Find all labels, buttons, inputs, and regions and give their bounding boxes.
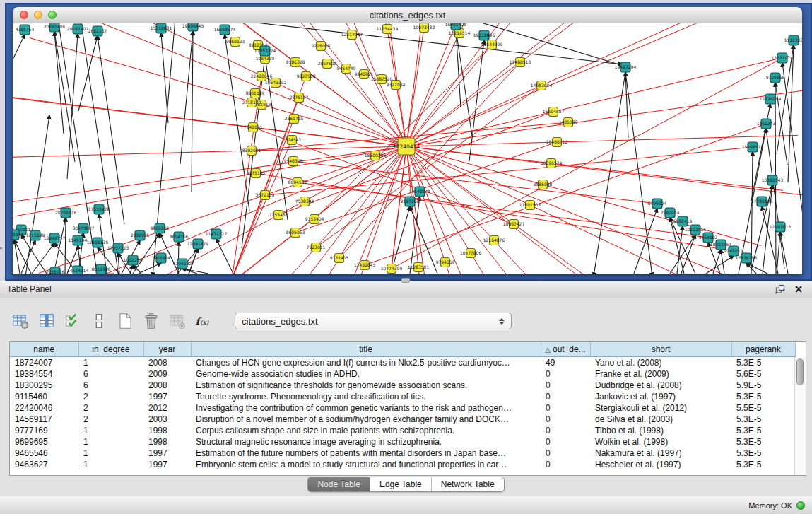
graph-node[interactable]: 10222515 <box>685 225 707 235</box>
graph-node[interactable]: 17488510 <box>510 58 531 67</box>
graph-node[interactable]: 8302021 <box>242 146 261 156</box>
graph-node[interactable]: 2867608 <box>318 59 337 69</box>
table-row[interactable]: 2242004622012Investigating the contribut… <box>10 402 795 414</box>
table-row[interactable]: 969969511998Structural magnetic resonanc… <box>10 436 795 448</box>
graph-node[interactable]: 8094532 <box>288 178 307 187</box>
graph-node[interactable]: 15998578 <box>742 142 764 152</box>
graph-node[interactable]: 9245012 <box>724 246 743 256</box>
graph-node[interactable]: 9886038 <box>534 180 553 189</box>
graph-node[interactable]: 20087407 <box>67 24 89 34</box>
column-header-year[interactable]: year <box>143 342 191 357</box>
tab-network-table[interactable]: Network Table <box>431 477 504 491</box>
select-mode-icon[interactable] <box>64 312 82 330</box>
graph-node[interactable]: 6502419 <box>673 216 693 226</box>
graph-node[interactable]: 10577806 <box>460 249 482 258</box>
graph-node[interactable]: 7842051 <box>244 123 263 132</box>
table-row[interactable]: 1830029562008Estimation of significance … <box>10 380 795 391</box>
function-builder-icon[interactable]: f (x) <box>194 312 213 330</box>
graph-node[interactable]: 10774399 <box>381 264 403 274</box>
graph-node[interactable]: 17240414 <box>393 138 420 155</box>
graph-node[interactable]: 20206576 <box>55 208 77 218</box>
graph-node[interactable]: 11254439 <box>377 25 399 34</box>
column-header-short[interactable]: short <box>590 342 731 357</box>
graph-node[interactable]: 3672109 <box>256 191 275 200</box>
graph-node[interactable]: 12091879 <box>187 239 209 249</box>
graph-node[interactable]: 15318031 <box>151 23 172 33</box>
table-row[interactable]: 1938455462009Genome-wide association stu… <box>10 368 795 380</box>
graph-node[interactable]: 6799324 <box>648 199 667 209</box>
graph-node[interactable]: 17359928 <box>88 204 110 214</box>
graph-node[interactable]: 9197268 <box>401 197 420 206</box>
graph-node[interactable]: 10391543 <box>762 175 784 185</box>
delete-table-icon[interactable] <box>142 312 160 330</box>
column-header-out_de[interactable]: △out_de... <box>541 342 590 357</box>
graph-node[interactable]: 10643392 <box>265 78 287 88</box>
graph-node[interactable]: 8901139 <box>246 89 265 98</box>
graph-node[interactable]: 2861715 <box>285 115 304 124</box>
graph-node[interactable]: 9129966 <box>766 73 785 83</box>
graph-node[interactable]: 2055036 <box>46 267 65 274</box>
graph-node[interactable]: 9135405 <box>330 254 349 263</box>
graph-node[interactable]: 12505135 <box>87 238 109 247</box>
float-window-icon[interactable] <box>774 284 787 295</box>
graph-node[interactable]: 4355764 <box>16 25 35 35</box>
column-settings-icon[interactable] <box>37 312 56 330</box>
table-row[interactable]: 1872400712008Changes of HCN gene express… <box>10 357 795 369</box>
graph-node[interactable]: 16604587 <box>543 107 565 117</box>
import-table-icon[interactable] <box>168 312 187 330</box>
memory-status-indicator[interactable] <box>796 501 805 510</box>
graph-node[interactable]: 19218896 <box>473 30 495 40</box>
scrollbar-thumb[interactable] <box>796 358 804 385</box>
column-header-in_degree[interactable]: in_degree <box>78 342 143 357</box>
network-window-titlebar[interactable]: citations_edges.txt <box>13 7 802 23</box>
graph-node[interactable]: 10967427 <box>503 220 525 229</box>
graph-node[interactable]: 20691406 <box>44 23 66 32</box>
tab-node-table[interactable]: Node Table <box>308 477 370 491</box>
graph-node[interactable]: 10973483 <box>413 23 435 33</box>
graph-node[interactable]: 9827508 <box>297 72 316 81</box>
graph-node[interactable]: 7690914 <box>661 208 680 218</box>
graph-node[interactable]: 14534914 <box>67 266 89 274</box>
table-row[interactable]: 946362711997Embryonic stem cells: a mode… <box>10 459 795 470</box>
graph-node[interactable]: 2030975 <box>131 230 150 240</box>
graph-node[interactable]: 1485083 <box>559 118 578 127</box>
close-panel-icon[interactable]: ✕ <box>792 284 805 295</box>
row-height-icon[interactable] <box>90 312 108 330</box>
graph-node[interactable]: 12103015 <box>770 222 792 232</box>
graph-node[interactable]: 2226058 <box>312 42 331 51</box>
graph-node[interactable]: 8454749 <box>337 64 356 74</box>
panel-divider-handle[interactable] <box>401 278 410 283</box>
graph-node[interactable]: 9322034 <box>387 81 406 90</box>
column-header-name[interactable]: name <box>10 342 78 357</box>
graph-node[interactable]: 12164876 <box>483 236 505 245</box>
graph-node[interactable]: 11544909 <box>481 40 503 49</box>
graph-node[interactable]: 2875177 <box>290 93 309 103</box>
graph-node[interactable]: 9806802 <box>151 223 170 233</box>
graph-node[interactable]: 2682267 <box>88 26 107 36</box>
column-header-pagerank[interactable]: pagerank <box>731 342 795 357</box>
graph-node[interactable]: 15751074 <box>772 53 794 63</box>
graph-node[interactable]: 7923011 <box>307 243 326 252</box>
new-document-icon[interactable] <box>116 312 134 330</box>
control-panel-collapse-arrow[interactable]: ▸ <box>0 245 5 252</box>
graph-node[interactable]: 1112303 <box>784 35 802 45</box>
graph-node[interactable]: 9794359 <box>436 258 455 267</box>
graph-node[interactable]: 9153404 <box>305 215 324 224</box>
graph-node[interactable]: 17957223 <box>107 243 129 253</box>
network-canvas[interactable]: 1546671216604587149830041748851011544909… <box>13 23 802 274</box>
table-settings-icon[interactable] <box>11 312 30 330</box>
graph-node[interactable]: 12217987 <box>341 30 363 40</box>
table-row[interactable]: 946554611997Estimation of the future num… <box>10 448 795 459</box>
graph-node[interactable]: 9464002 <box>699 233 718 243</box>
graph-node[interactable]: 9275185 <box>247 169 266 178</box>
table-vertical-scrollbar[interactable] <box>794 357 806 475</box>
graph-node[interactable]: 8186328 <box>286 58 305 67</box>
graph-node[interactable]: 11601505 <box>519 201 541 210</box>
graph-node[interactable]: 10696574 <box>541 159 563 168</box>
graph-node[interactable]: 15466712 <box>546 138 568 147</box>
graph-node[interactable]: 19995445 <box>182 23 204 31</box>
tab-edge-table[interactable]: Edge Table <box>370 477 431 491</box>
graph-node[interactable]: 8605063 <box>286 228 305 238</box>
graph-node[interactable]: 1145194 <box>69 235 88 245</box>
table-row[interactable]: 911546021997Tourette syndrome. Phenomeno… <box>10 391 795 402</box>
